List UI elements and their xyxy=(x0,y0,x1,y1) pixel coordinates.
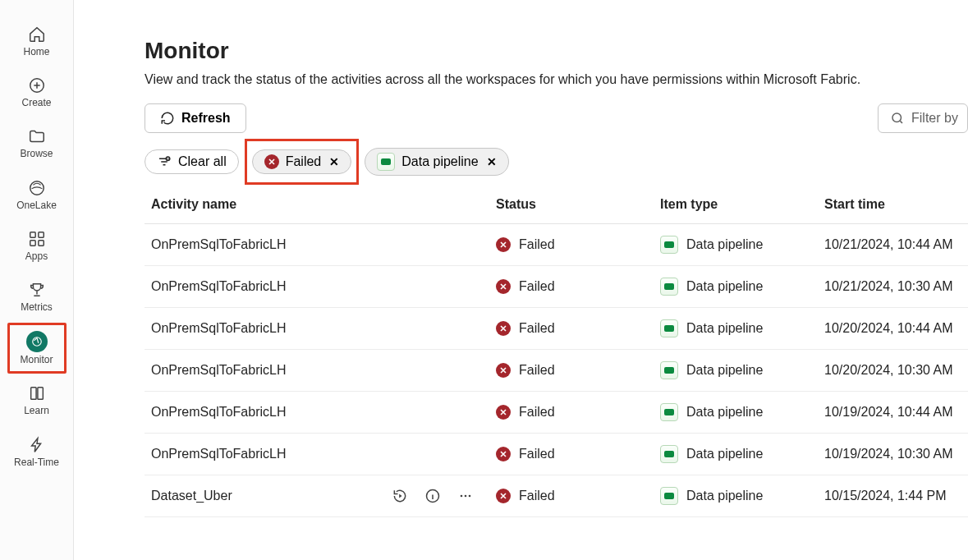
svg-point-14 xyxy=(469,495,471,498)
onelake-icon xyxy=(27,178,47,198)
failed-status-icon xyxy=(496,489,511,503)
clear-all-chip[interactable]: Clear all xyxy=(145,149,239,174)
filter-search[interactable]: Filter by xyxy=(878,103,968,133)
col-header-activity[interactable]: Activity name xyxy=(145,189,489,224)
status-text: Failed xyxy=(519,489,555,503)
data-pipeline-icon xyxy=(660,487,678,505)
col-header-start[interactable]: Start time xyxy=(818,189,968,224)
status-text: Failed xyxy=(519,237,555,252)
nav-label: OneLake xyxy=(16,200,57,211)
activity-name[interactable]: Dataset_Uber xyxy=(151,489,232,503)
failed-status-icon xyxy=(264,154,279,169)
data-pipeline-icon xyxy=(377,153,395,171)
failed-status-icon xyxy=(496,447,511,461)
data-pipeline-icon xyxy=(660,445,678,463)
filter-chips-row: Clear all Failed ✕ Data pipeline ✕ xyxy=(145,148,968,176)
nav-label: Create xyxy=(21,98,51,108)
nav-item-onelake[interactable]: OneLake xyxy=(14,175,60,214)
col-header-itemtype[interactable]: Item type xyxy=(654,189,818,224)
clear-filters-icon xyxy=(157,156,172,168)
activities-table: Activity name Status Item type Start tim… xyxy=(145,189,968,517)
nav-item-learn[interactable]: Learn xyxy=(14,380,60,420)
svg-rect-4 xyxy=(30,241,34,246)
close-icon[interactable]: ✕ xyxy=(487,155,497,168)
nav-item-browse[interactable]: Browse xyxy=(14,123,60,163)
filter-chip-failed[interactable]: Failed ✕ xyxy=(252,149,352,174)
data-pipeline-icon xyxy=(660,236,678,254)
start-time: 10/19/2024, 10:44 AM xyxy=(818,392,968,434)
nav-item-monitor[interactable]: Monitor xyxy=(14,328,60,369)
status-text: Failed xyxy=(519,405,555,420)
home-icon xyxy=(27,25,47,44)
page-subtitle: View and track the status of the activit… xyxy=(145,72,968,87)
failed-status-icon xyxy=(496,363,511,378)
realtime-icon xyxy=(27,435,47,455)
page-title: Monitor xyxy=(145,38,968,64)
nav-item-metrics[interactable]: Metrics xyxy=(14,277,60,316)
nav-label: Real-Time xyxy=(14,457,59,468)
close-icon[interactable]: ✕ xyxy=(329,155,339,168)
failed-status-icon xyxy=(496,321,511,336)
filter-placeholder: Filter by xyxy=(911,111,958,126)
start-time: 10/15/2024, 1:44 PM xyxy=(818,475,968,517)
start-time: 10/20/2024, 10:44 AM xyxy=(818,308,968,350)
status-text: Failed xyxy=(519,447,555,461)
activity-name[interactable]: OnPremSqlToFabricLH xyxy=(151,363,287,378)
table-row[interactable]: OnPremSqlToFabricLHFailedData pipeline10… xyxy=(145,224,968,266)
chip-label: Data pipeline xyxy=(401,154,478,169)
col-header-status[interactable]: Status xyxy=(489,189,654,224)
svg-rect-3 xyxy=(38,232,43,237)
nav-label: Learn xyxy=(24,406,49,416)
table-row[interactable]: OnPremSqlToFabricLHFailedData pipeline10… xyxy=(145,392,968,434)
item-type-text: Data pipeline xyxy=(686,279,763,294)
failed-status-icon xyxy=(496,279,511,294)
search-icon xyxy=(890,111,905,126)
item-type-text: Data pipeline xyxy=(686,237,763,252)
row-actions xyxy=(391,487,475,505)
activity-name[interactable]: OnPremSqlToFabricLH xyxy=(151,405,287,420)
rerun-icon[interactable] xyxy=(391,487,409,505)
table-row[interactable]: OnPremSqlToFabricLHFailedData pipeline10… xyxy=(145,434,968,475)
activity-name[interactable]: OnPremSqlToFabricLH xyxy=(151,237,287,252)
start-time: 10/21/2024, 10:44 AM xyxy=(818,224,968,266)
table-row[interactable]: OnPremSqlToFabricLHFailedData pipeline10… xyxy=(145,350,968,392)
refresh-button[interactable]: Refresh xyxy=(145,103,246,133)
table-row[interactable]: OnPremSqlToFabricLHFailedData pipeline10… xyxy=(145,308,968,350)
nav-item-realtime[interactable]: Real-Time xyxy=(14,432,60,471)
nav-label: Metrics xyxy=(21,302,53,313)
main-content: Monitor View and track the status of the… xyxy=(74,0,968,560)
nav-label: Browse xyxy=(20,149,53,159)
table-row[interactable]: OnPremSqlToFabricLHFailedData pipeline10… xyxy=(145,266,968,308)
item-type-text: Data pipeline xyxy=(686,321,763,336)
data-pipeline-icon xyxy=(660,361,678,379)
nav-item-apps[interactable]: Apps xyxy=(14,226,60,265)
data-pipeline-icon xyxy=(660,319,678,337)
svg-rect-7 xyxy=(30,388,35,400)
browse-icon xyxy=(27,126,47,146)
create-icon xyxy=(27,76,47,95)
more-icon[interactable] xyxy=(456,487,475,505)
activity-name[interactable]: OnPremSqlToFabricLH xyxy=(151,279,287,294)
start-time: 10/20/2024, 10:30 AM xyxy=(818,350,968,392)
table-row[interactable]: Dataset_UberFailedData pipeline10/15/202… xyxy=(145,475,968,517)
svg-rect-5 xyxy=(38,241,43,246)
failed-status-icon xyxy=(496,237,511,252)
clear-all-label: Clear all xyxy=(178,154,227,169)
nav-item-home[interactable]: Home xyxy=(14,21,60,61)
nav-item-create[interactable]: Create xyxy=(14,72,60,112)
item-type-text: Data pipeline xyxy=(686,405,763,420)
info-icon[interactable] xyxy=(424,487,442,505)
item-type-text: Data pipeline xyxy=(686,489,763,503)
item-type-text: Data pipeline xyxy=(686,447,763,461)
status-text: Failed xyxy=(519,279,555,294)
data-pipeline-icon xyxy=(660,403,678,421)
learn-icon xyxy=(27,383,47,403)
failed-status-icon xyxy=(496,405,511,420)
activity-name[interactable]: OnPremSqlToFabricLH xyxy=(151,321,287,336)
activity-name[interactable]: OnPremSqlToFabricLH xyxy=(151,447,287,461)
toolbar: Refresh Filter by xyxy=(145,103,968,133)
nav-rail: Home Create Browse OneLake Apps Metrics xyxy=(0,0,74,560)
filter-chip-data-pipeline[interactable]: Data pipeline ✕ xyxy=(365,148,508,176)
nav-label: Home xyxy=(23,47,49,57)
svg-point-9 xyxy=(892,113,901,122)
